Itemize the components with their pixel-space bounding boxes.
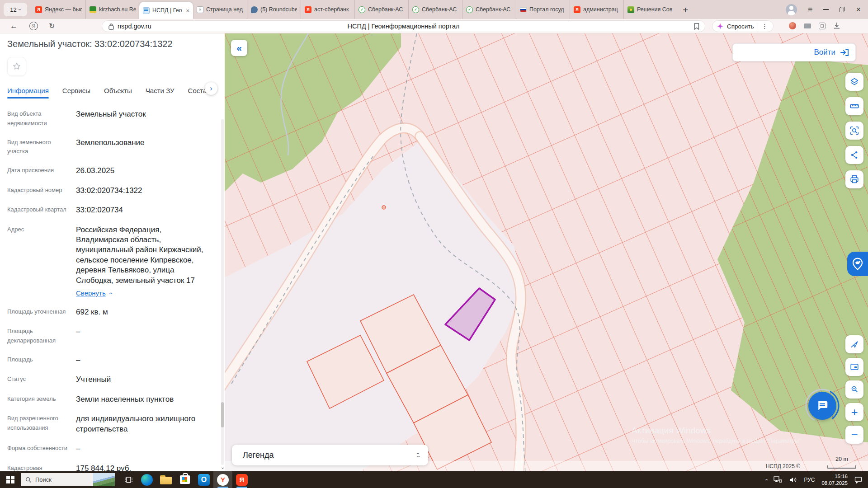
magnifier-pin-icon [849, 385, 859, 394]
sberbank-check-favicon [466, 6, 473, 13]
start-button[interactable] [0, 471, 21, 488]
favorite-star-button[interactable] [7, 57, 26, 76]
taskbar: Поиск O Y Я › [0, 471, 868, 488]
reload-icon[interactable]: ↻ [49, 23, 55, 30]
taskbar-yandex-browser[interactable]: Y [213, 471, 232, 488]
chat-bubble-icon [816, 399, 829, 413]
download-icon[interactable] [833, 22, 840, 29]
taskbar-store[interactable] [175, 471, 194, 488]
attribution-text: НСПД 2025 © [766, 463, 800, 469]
chevron-down-icon: › [17, 9, 23, 10]
tab-close-icon[interactable]: × [186, 7, 189, 14]
sberbank-check-favicon [412, 6, 419, 13]
legend-panel[interactable]: Легенда ›› [232, 445, 428, 465]
russia-flag-favicon [520, 7, 527, 12]
time-text: 15:16 [835, 473, 848, 479]
extension-icon-1[interactable] [789, 22, 796, 29]
field-row: Площадь уточненная 692 кв. м [7, 307, 211, 317]
parcel-title: Земельный участок: 33:02:020734:1322 [7, 39, 211, 49]
browser-tab-ast-sberbank[interactable]: аст-сбербанк [301, 0, 354, 19]
volume-icon[interactable] [789, 477, 797, 483]
sidebar: Земельный участок: 33:02:020734:1322 Инф… [0, 33, 225, 471]
taskbar-edge[interactable] [137, 471, 156, 488]
map-tools-bottom: + − [845, 335, 863, 444]
browser-tab-administration[interactable]: администрац [570, 0, 623, 19]
browser-tab-sberbank-3[interactable]: Сбербанк-АС [462, 0, 516, 19]
taskbar-explorer[interactable] [156, 471, 175, 488]
zoom-out-button[interactable]: − [845, 426, 863, 444]
browser-tab-page-unavailable[interactable]: Страница нед [193, 0, 247, 19]
area-search-button[interactable] [845, 122, 863, 140]
ask-ai-button[interactable]: Спросить ⋮ [712, 20, 774, 32]
locate-me-button[interactable] [845, 335, 863, 353]
restore-window-icon[interactable] [840, 7, 845, 12]
field-row: Статус Учтенный [7, 375, 211, 385]
share-button[interactable] [845, 146, 863, 164]
cadastral-map[interactable] [225, 33, 868, 471]
network-icon[interactable] [774, 476, 782, 483]
field-row: Вид земельного участка Землепользование [7, 138, 211, 157]
browser-tab-roundcube[interactable]: (5) Roundcube [247, 0, 301, 19]
browser-tab-resheniya[interactable]: Решения Сов [623, 0, 677, 19]
overview-map-button[interactable] [845, 358, 863, 376]
browser-tab-gosuslugi[interactable]: Портал госуд [516, 0, 570, 19]
sidebar-collapse-button[interactable]: « [231, 40, 247, 56]
tab-information[interactable]: Информация [7, 87, 49, 94]
login-bar[interactable]: Войти [732, 43, 856, 61]
tray-expand-icon[interactable]: › [763, 479, 769, 480]
clock[interactable]: 15:16 08.07.2025 [821, 473, 848, 486]
more-options-icon[interactable]: ⋮ [762, 23, 769, 30]
new-tab-button[interactable]: + [683, 5, 688, 14]
sidebar-scrollbar-thumb[interactable] [221, 402, 224, 427]
back-icon[interactable]: ← [10, 22, 18, 30]
search-highlight-image[interactable] [93, 473, 115, 486]
measure-button[interactable] [845, 97, 863, 115]
browser-tab-sberbank-1[interactable]: Сбербанк-АС [354, 0, 408, 19]
extension-icon-3[interactable] [819, 23, 826, 29]
sidebar-tabs: Информация Сервисы Объекты Части ЗУ Сост… [7, 87, 207, 94]
sparkle-icon [717, 23, 723, 29]
minimize-icon[interactable] [823, 9, 829, 10]
profile-avatar[interactable] [786, 4, 797, 15]
yandex-favicon [574, 6, 580, 13]
browser-tab-nspd-active[interactable]: НСПД | Гео × [139, 2, 193, 19]
print-button[interactable] [845, 170, 863, 188]
layers-button[interactable] [845, 73, 863, 91]
address-bar[interactable]: nspd.gov.ru НСПД | Геоинформационный пор… [102, 20, 705, 32]
taskbar-outlook[interactable]: O [194, 471, 213, 488]
login-button[interactable]: Войти [814, 48, 835, 57]
roundcube-favicon [251, 6, 258, 13]
tabs-scroll-right-button[interactable]: › [205, 82, 217, 95]
yandex-home-icon[interactable]: Я [29, 22, 38, 30]
tab-services[interactable]: Сервисы [62, 87, 90, 94]
tab-objects[interactable]: Объекты [104, 87, 132, 94]
browser-tab-kirzhach[interactable]: kirzhach.su Re [85, 0, 139, 19]
address-collapse-link[interactable]: Свернуть › [76, 289, 211, 298]
search-on-map-button[interactable] [845, 380, 863, 399]
taskbar-yandex[interactable]: Я [232, 471, 251, 488]
tab-composition[interactable]: Соста [188, 87, 207, 94]
system-tray: › РУС 15:16 08.07.2025 [765, 473, 868, 486]
scale-bar: 20 m [827, 456, 856, 470]
close-window-icon[interactable]: × [856, 5, 861, 14]
nspd-panel-tab[interactable] [847, 252, 868, 276]
taskbar-search[interactable]: Поиск [21, 473, 115, 486]
tab-parcel-parts[interactable]: Части ЗУ [146, 87, 175, 94]
notification-icon[interactable] [854, 476, 863, 483]
tab-counter[interactable]: 12 › [4, 3, 27, 16]
legend-expand-icon[interactable]: ›› [417, 452, 419, 458]
task-view-button[interactable] [120, 471, 137, 488]
extension-icon-2[interactable] [804, 23, 811, 28]
map-area[interactable]: « Войти [225, 33, 868, 471]
extensions-row [789, 22, 840, 29]
browser-menu-icon[interactable]: ≡ [808, 5, 813, 14]
bookmark-flag-icon[interactable] [694, 23, 699, 30]
browser-tab-sberbank-2[interactable]: Сбербанк-АС [408, 0, 462, 19]
zoom-in-button[interactable]: + [845, 403, 863, 421]
chat-button[interactable] [808, 392, 836, 420]
scroll-down-icon[interactable]: › [220, 467, 226, 469]
area-search-icon [849, 126, 859, 136]
browser-tab-yandex[interactable]: Яндекс — быс [32, 0, 85, 19]
language-indicator[interactable]: РУС [804, 477, 815, 483]
field-row: Вид объекта недвижимости Земельный участ… [7, 109, 211, 128]
